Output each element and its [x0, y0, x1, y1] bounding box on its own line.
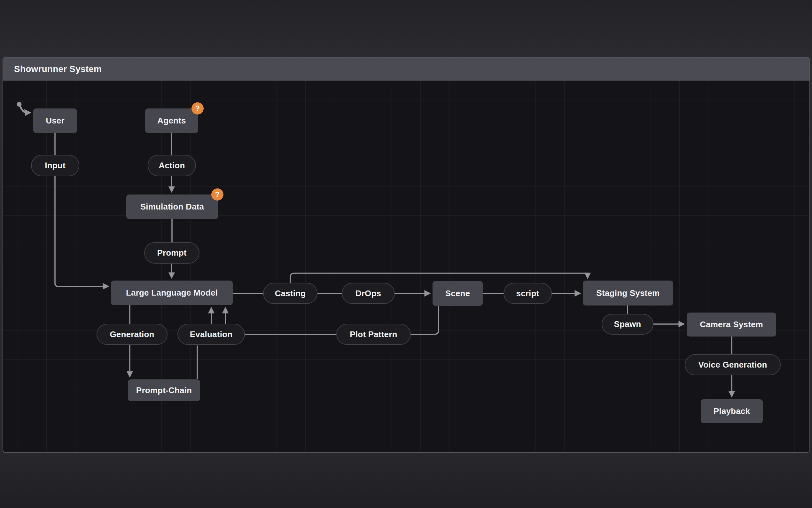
- node-drops[interactable]: DrOps: [342, 283, 395, 304]
- node-spawn[interactable]: Spawn: [602, 314, 654, 335]
- node-prompt[interactable]: Prompt: [144, 242, 199, 264]
- node-label: Prompt-Chain: [136, 385, 192, 395]
- node-label: Plot Pattern: [350, 330, 397, 339]
- node-label: Voice Generation: [698, 360, 767, 370]
- help-badge[interactable]: ?: [211, 188, 224, 201]
- node-label: Action: [158, 161, 185, 170]
- node-llm[interactable]: Large Language Model: [111, 281, 233, 305]
- help-badge[interactable]: ?: [191, 102, 204, 115]
- node-label: Spawn: [614, 319, 641, 329]
- showrunner-diagram-window: Showrunner System UserAgents?InputAction…: [0, 0, 812, 508]
- node-script[interactable]: script: [504, 283, 552, 304]
- node-plot_pattern[interactable]: Plot Pattern: [336, 324, 411, 345]
- node-scene[interactable]: Scene: [433, 281, 483, 306]
- pointer-arrow-icon: [16, 101, 34, 119]
- node-user[interactable]: User: [33, 109, 77, 133]
- node-label: Playback: [714, 406, 750, 416]
- node-prompt_chain[interactable]: Prompt-Chain: [128, 379, 200, 401]
- node-label: Evaluation: [190, 330, 232, 339]
- node-label: Input: [45, 161, 65, 170]
- node-casting[interactable]: Casting: [263, 283, 318, 304]
- node-evaluation[interactable]: Evaluation: [178, 324, 245, 345]
- node-label: DrOps: [355, 289, 381, 298]
- node-label: User: [46, 116, 64, 126]
- nodes-layer: UserAgents?InputActionSimulation Data?Pr…: [0, 0, 812, 508]
- node-label: Scene: [445, 289, 470, 298]
- node-input[interactable]: Input: [31, 155, 79, 176]
- node-voice_gen[interactable]: Voice Generation: [685, 354, 781, 375]
- node-label: Agents: [157, 116, 186, 126]
- node-action[interactable]: Action: [148, 155, 196, 176]
- node-agents[interactable]: Agents?: [145, 109, 198, 133]
- node-simulation_data[interactable]: Simulation Data?: [126, 195, 218, 219]
- node-label: Casting: [275, 289, 306, 298]
- node-label: Staging System: [596, 288, 660, 298]
- node-label: Camera System: [700, 320, 763, 330]
- node-label: Generation: [110, 330, 154, 339]
- node-label: Large Language Model: [126, 288, 218, 298]
- node-camera[interactable]: Camera System: [687, 312, 776, 337]
- node-label: Prompt: [157, 248, 186, 258]
- node-generation[interactable]: Generation: [97, 324, 168, 345]
- node-playback[interactable]: Playback: [701, 399, 763, 423]
- node-label: Simulation Data: [140, 202, 204, 212]
- node-label: script: [516, 289, 539, 298]
- node-staging[interactable]: Staging System: [583, 281, 673, 305]
